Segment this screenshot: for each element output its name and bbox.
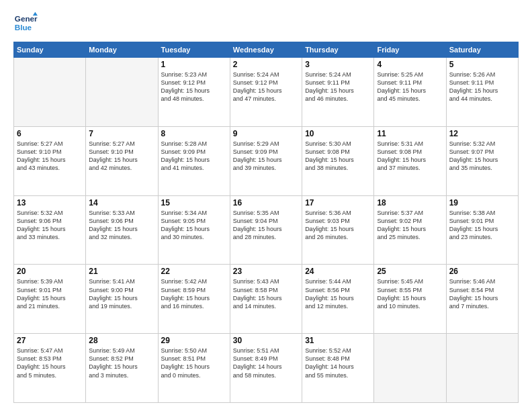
day-number: 11 (377, 129, 443, 138)
day-number: 21 (89, 267, 154, 276)
cell-info: Sunrise: 5:50 AM Sunset: 8:51 PM Dayligh… (161, 347, 227, 379)
calendar-day-12: 12Sunrise: 5:32 AM Sunset: 9:07 PM Dayli… (446, 126, 518, 195)
calendar-day-14: 14Sunrise: 5:33 AM Sunset: 9:06 PM Dayli… (86, 195, 158, 265)
day-header-wednesday: Wednesday (230, 42, 302, 58)
calendar-day-27: 27Sunrise: 5:47 AM Sunset: 8:53 PM Dayli… (14, 334, 86, 403)
calendar-day-11: 11Sunrise: 5:31 AM Sunset: 9:08 PM Dayli… (374, 126, 446, 195)
cell-info: Sunrise: 5:32 AM Sunset: 9:07 PM Dayligh… (449, 140, 515, 173)
day-header-friday: Friday (374, 42, 446, 58)
calendar-day-9: 9Sunrise: 5:29 AM Sunset: 9:09 PM Daylig… (230, 126, 302, 195)
day-number: 23 (233, 267, 299, 276)
cell-info: Sunrise: 5:25 AM Sunset: 9:11 PM Dayligh… (377, 71, 443, 103)
calendar-day-8: 8Sunrise: 5:28 AM Sunset: 9:09 PM Daylig… (158, 126, 230, 195)
cell-info: Sunrise: 5:41 AM Sunset: 9:00 PM Dayligh… (89, 277, 154, 310)
calendar-week-row: 13Sunrise: 5:32 AM Sunset: 9:06 PM Dayli… (14, 195, 519, 265)
calendar-day-26: 26Sunrise: 5:46 AM Sunset: 8:54 PM Dayli… (446, 265, 518, 334)
calendar-day-22: 22Sunrise: 5:42 AM Sunset: 8:59 PM Dayli… (158, 265, 230, 334)
cell-info: Sunrise: 5:35 AM Sunset: 9:04 PM Dayligh… (233, 209, 299, 242)
day-number: 20 (17, 267, 83, 276)
day-header-thursday: Thursday (302, 42, 374, 58)
day-number: 13 (17, 198, 83, 208)
calendar-day-3: 3Sunrise: 5:24 AM Sunset: 9:11 PM Daylig… (302, 58, 374, 127)
cell-info: Sunrise: 5:26 AM Sunset: 9:11 PM Dayligh… (449, 71, 515, 103)
calendar-day-23: 23Sunrise: 5:43 AM Sunset: 8:58 PM Dayli… (230, 265, 302, 334)
calendar-day-1: 1Sunrise: 5:23 AM Sunset: 9:12 PM Daylig… (158, 58, 230, 127)
day-number: 12 (449, 129, 515, 138)
day-number: 3 (305, 60, 371, 69)
calendar-day-5: 5Sunrise: 5:26 AM Sunset: 9:11 PM Daylig… (446, 58, 518, 127)
calendar-week-row: 27Sunrise: 5:47 AM Sunset: 8:53 PM Dayli… (14, 334, 519, 403)
svg-text:Blue: Blue (15, 23, 32, 32)
header: General Blue (13, 11, 519, 35)
day-number: 8 (161, 129, 227, 138)
cell-info: Sunrise: 5:42 AM Sunset: 8:59 PM Dayligh… (161, 277, 227, 310)
calendar-day-29: 29Sunrise: 5:50 AM Sunset: 8:51 PM Dayli… (158, 334, 230, 403)
day-number: 14 (89, 198, 154, 208)
cell-info: Sunrise: 5:52 AM Sunset: 8:48 PM Dayligh… (305, 347, 371, 379)
day-number: 31 (305, 336, 371, 345)
day-number: 24 (305, 267, 371, 276)
cell-info: Sunrise: 5:23 AM Sunset: 9:12 PM Dayligh… (161, 71, 227, 103)
cell-info: Sunrise: 5:30 AM Sunset: 9:08 PM Dayligh… (305, 140, 371, 173)
cell-info: Sunrise: 5:47 AM Sunset: 8:53 PM Dayligh… (17, 347, 83, 379)
calendar-day-30: 30Sunrise: 5:51 AM Sunset: 8:49 PM Dayli… (230, 334, 302, 403)
cell-info: Sunrise: 5:38 AM Sunset: 9:01 PM Dayligh… (449, 209, 515, 242)
cell-info: Sunrise: 5:27 AM Sunset: 9:10 PM Dayligh… (17, 140, 83, 173)
day-number: 26 (449, 267, 515, 276)
day-number: 7 (89, 129, 154, 138)
day-header-sunday: Sunday (14, 42, 86, 58)
calendar-day-7: 7Sunrise: 5:27 AM Sunset: 9:10 PM Daylig… (86, 126, 158, 195)
calendar-day-18: 18Sunrise: 5:37 AM Sunset: 9:02 PM Dayli… (374, 195, 446, 265)
cell-info: Sunrise: 5:27 AM Sunset: 9:10 PM Dayligh… (89, 140, 154, 173)
day-number: 29 (161, 336, 227, 345)
cell-info: Sunrise: 5:33 AM Sunset: 9:06 PM Dayligh… (89, 209, 154, 242)
cell-info: Sunrise: 5:32 AM Sunset: 9:06 PM Dayligh… (17, 209, 83, 242)
day-header-saturday: Saturday (446, 42, 518, 58)
cell-info: Sunrise: 5:24 AM Sunset: 9:11 PM Dayligh… (305, 71, 371, 103)
calendar-day-10: 10Sunrise: 5:30 AM Sunset: 9:08 PM Dayli… (302, 126, 374, 195)
calendar-day-19: 19Sunrise: 5:38 AM Sunset: 9:01 PM Dayli… (446, 195, 518, 265)
cell-info: Sunrise: 5:39 AM Sunset: 9:01 PM Dayligh… (17, 277, 83, 310)
calendar-day-2: 2Sunrise: 5:24 AM Sunset: 9:12 PM Daylig… (230, 58, 302, 127)
calendar-day-25: 25Sunrise: 5:45 AM Sunset: 8:55 PM Dayli… (374, 265, 446, 334)
day-number: 6 (17, 129, 83, 138)
calendar-day-15: 15Sunrise: 5:34 AM Sunset: 9:05 PM Dayli… (158, 195, 230, 265)
day-number: 1 (161, 60, 227, 69)
day-header-monday: Monday (86, 42, 158, 58)
calendar-day-31: 31Sunrise: 5:52 AM Sunset: 8:48 PM Dayli… (302, 334, 374, 403)
day-number: 22 (161, 267, 227, 276)
logo: General Blue (13, 11, 38, 35)
cell-info: Sunrise: 5:43 AM Sunset: 8:58 PM Dayligh… (233, 277, 299, 310)
day-number: 18 (377, 198, 443, 208)
day-number: 2 (233, 60, 299, 69)
calendar-empty (86, 58, 158, 127)
cell-info: Sunrise: 5:28 AM Sunset: 9:09 PM Dayligh… (161, 140, 227, 173)
cell-info: Sunrise: 5:36 AM Sunset: 9:03 PM Dayligh… (305, 209, 371, 242)
day-number: 10 (305, 129, 371, 138)
cell-info: Sunrise: 5:49 AM Sunset: 8:52 PM Dayligh… (89, 347, 154, 379)
calendar-week-row: 20Sunrise: 5:39 AM Sunset: 9:01 PM Dayli… (14, 265, 519, 334)
day-number: 30 (233, 336, 299, 345)
day-number: 5 (449, 60, 515, 69)
cell-info: Sunrise: 5:44 AM Sunset: 8:56 PM Dayligh… (305, 277, 371, 310)
calendar-day-28: 28Sunrise: 5:49 AM Sunset: 8:52 PM Dayli… (86, 334, 158, 403)
calendar-day-6: 6Sunrise: 5:27 AM Sunset: 9:10 PM Daylig… (14, 126, 86, 195)
cell-info: Sunrise: 5:34 AM Sunset: 9:05 PM Dayligh… (161, 209, 227, 242)
cell-info: Sunrise: 5:51 AM Sunset: 8:49 PM Dayligh… (233, 347, 299, 379)
cell-info: Sunrise: 5:46 AM Sunset: 8:54 PM Dayligh… (449, 277, 515, 310)
day-number: 15 (161, 198, 227, 208)
day-number: 27 (17, 336, 83, 345)
calendar-header-row: SundayMondayTuesdayWednesdayThursdayFrid… (14, 42, 519, 58)
day-number: 19 (449, 198, 515, 208)
calendar-day-17: 17Sunrise: 5:36 AM Sunset: 9:03 PM Dayli… (302, 195, 374, 265)
day-number: 16 (233, 198, 299, 208)
page: General Blue SundayMondayTuesdayWednesda… (0, 0, 532, 411)
cell-info: Sunrise: 5:24 AM Sunset: 9:12 PM Dayligh… (233, 71, 299, 103)
calendar-day-21: 21Sunrise: 5:41 AM Sunset: 9:00 PM Dayli… (86, 265, 158, 334)
calendar-week-row: 1Sunrise: 5:23 AM Sunset: 9:12 PM Daylig… (14, 58, 519, 127)
day-number: 17 (305, 198, 371, 208)
cell-info: Sunrise: 5:29 AM Sunset: 9:09 PM Dayligh… (233, 140, 299, 173)
cell-info: Sunrise: 5:45 AM Sunset: 8:55 PM Dayligh… (377, 277, 443, 310)
day-number: 28 (89, 336, 154, 345)
day-header-tuesday: Tuesday (158, 42, 230, 58)
